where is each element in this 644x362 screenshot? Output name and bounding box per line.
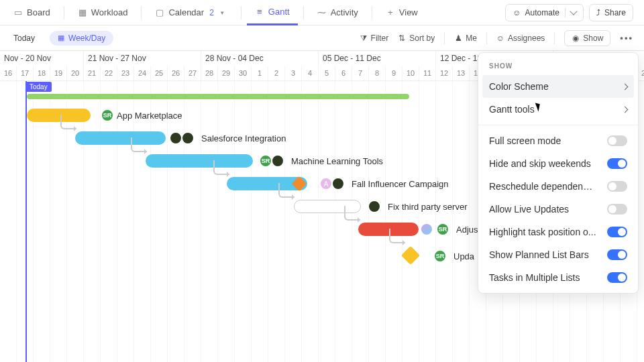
- sortby-button[interactable]: ⇅ Sort by: [398, 34, 435, 43]
- toggle-switch[interactable]: [607, 227, 627, 237]
- button-label: Automate: [525, 8, 559, 17]
- timeline-day: 7: [352, 66, 369, 80]
- task-bar[interactable]: [27, 109, 91, 122]
- tab-workload[interactable]: ▦ Workload: [70, 0, 136, 25]
- chevron-down-icon[interactable]: [570, 7, 577, 15]
- toolbar-right: ⧩ Filter ⇅ Sort by ♟ Me ☺ Assignees ◉ Sh…: [360, 30, 639, 46]
- timeline-day: 17: [17, 66, 34, 80]
- avatar[interactable]: A: [319, 177, 333, 190]
- separator: [241, 6, 241, 19]
- task-label-group: SR Adjust: [424, 223, 480, 236]
- gantt-icon: ≡: [255, 7, 264, 16]
- show-popover: SHOW Color Scheme Gantt tools Full scree…: [478, 52, 639, 294]
- task-name[interactable]: Machine Learning Tools: [291, 156, 383, 166]
- task-bar[interactable]: [75, 131, 166, 145]
- weekday-toggle[interactable]: ▦ Week/Day: [50, 31, 113, 46]
- summary-bar[interactable]: [27, 94, 409, 99]
- timeline-day: 3: [285, 66, 302, 80]
- timeline-day: 29: [218, 66, 235, 80]
- more-menu-button[interactable]: •••: [620, 33, 633, 43]
- today-flag: Today: [25, 82, 52, 92]
- me-button[interactable]: ♟ Me: [454, 34, 477, 43]
- task-name[interactable]: Salesforce Integration: [201, 133, 286, 143]
- timeline-day: 23: [117, 66, 134, 80]
- timeline-day: 9: [386, 66, 402, 80]
- toggle-switch[interactable]: [607, 135, 627, 146]
- tab-calendar[interactable]: ▢ Calendar 2 ▾: [147, 0, 235, 25]
- popover-toggle-reschedule-deps[interactable]: Reschedule dependenci...: [478, 175, 638, 198]
- avatar[interactable]: SR: [433, 249, 447, 263]
- gantt-toolbar: Today ▦ Week/Day ⧩ Filter ⇅ Sort by ♟ Me…: [0, 25, 644, 51]
- popover-toggle-live-updates[interactable]: Allow Live Updates: [478, 198, 638, 221]
- avatar[interactable]: [169, 131, 182, 145]
- separator: [554, 32, 555, 44]
- tab-label: Board: [27, 7, 50, 17]
- avatar[interactable]: SR: [101, 109, 114, 122]
- timeline-day: 28: [201, 66, 218, 80]
- filter-button[interactable]: ⧩ Filter: [360, 34, 389, 43]
- item-label: Color Scheme: [489, 81, 549, 92]
- tab-activity[interactable]: ⁓ Activity: [309, 0, 366, 25]
- task-bar[interactable]: [358, 223, 419, 236]
- workload-icon: ▦: [78, 8, 87, 17]
- activity-icon: ⁓: [317, 8, 327, 17]
- robot-icon: ☺: [513, 8, 521, 17]
- toggle-switch[interactable]: [607, 204, 627, 215]
- separator: [141, 6, 142, 19]
- popover-item-color-scheme[interactable]: Color Scheme: [482, 75, 634, 98]
- milestone-diamond[interactable]: [401, 246, 420, 265]
- avatar[interactable]: [331, 177, 345, 190]
- tab-gantt[interactable]: ≡ Gantt: [247, 0, 298, 25]
- popover-toggle-hide-weekends[interactable]: Hide and skip weekends: [478, 152, 638, 175]
- sort-icon: ⇅: [398, 34, 406, 42]
- show-button[interactable]: ◉ Show: [564, 30, 610, 46]
- popover-toggle-highlight-task[interactable]: Highlight task position o...: [478, 221, 638, 243]
- item-label: Reschedule dependenci...: [489, 181, 596, 192]
- task-bar[interactable]: [146, 154, 253, 168]
- timeline-day: 5: [319, 66, 335, 80]
- board-icon: ▭: [13, 8, 23, 17]
- task-name[interactable]: Adjust: [456, 225, 480, 235]
- task-name[interactable]: Fall Influencer Campaign: [352, 179, 449, 189]
- chevron-right-icon: [622, 83, 629, 90]
- timeline-day: 2: [268, 66, 285, 80]
- avatar[interactable]: [368, 200, 381, 213]
- toggle-switch[interactable]: [607, 158, 627, 169]
- popover-toggle-fullscreen[interactable]: Full screen mode: [478, 129, 638, 152]
- calendar-icon: ▦: [58, 34, 64, 42]
- assignees-button[interactable]: ☺ Assignees: [496, 34, 545, 43]
- task-name[interactable]: Upda: [453, 251, 474, 261]
- toggle-switch[interactable]: [607, 181, 627, 192]
- today-button[interactable]: Today: [5, 31, 43, 46]
- people-icon: ☺: [496, 34, 504, 42]
- timeline-day: 21: [84, 66, 101, 80]
- popover-item-gantt-tools[interactable]: Gantt tools: [478, 98, 638, 121]
- button-label: Today: [13, 34, 35, 43]
- timeline-day: 4: [302, 66, 319, 80]
- task-name[interactable]: App Marketplace: [117, 111, 182, 121]
- automate-button[interactable]: ☺ Automate: [505, 4, 584, 21]
- timeline-day: 12: [436, 66, 453, 80]
- avatar[interactable]: SR: [259, 154, 272, 168]
- avatar[interactable]: SR: [436, 223, 449, 236]
- filter-icon: ⧩: [360, 34, 368, 42]
- button-label: Me: [466, 34, 477, 43]
- button-label: Share: [604, 8, 626, 17]
- task-label-group: SR App Marketplace: [101, 109, 182, 122]
- task-label-group: SR Machine Learning Tools: [259, 154, 383, 168]
- tab-badge: 2: [209, 8, 214, 17]
- popover-heading: SHOW: [478, 60, 638, 75]
- popover-toggle-multi-lists[interactable]: Tasks in Multiple Lists: [478, 266, 638, 289]
- tab-label: Workload: [91, 7, 128, 17]
- avatar[interactable]: [271, 154, 284, 168]
- item-label: Show Planned List Bars: [489, 249, 589, 260]
- toggle-switch[interactable]: [607, 249, 627, 260]
- tab-board[interactable]: ▭ Board: [5, 0, 58, 25]
- task-name[interactable]: Fix third party server: [388, 202, 467, 212]
- tab-add-view[interactable]: + View: [378, 0, 426, 25]
- share-button[interactable]: ⤴ Share: [589, 4, 633, 21]
- avatar[interactable]: [420, 223, 433, 236]
- toggle-switch[interactable]: [607, 272, 627, 283]
- avatar[interactable]: [181, 131, 195, 145]
- popover-toggle-planned-bars[interactable]: Show Planned List Bars: [478, 243, 638, 266]
